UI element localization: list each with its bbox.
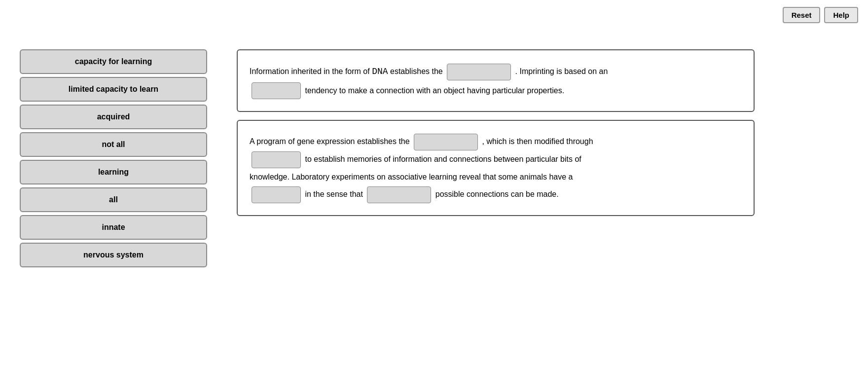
passages: Information inherited in the form of DNA… — [237, 49, 755, 267]
help-button[interactable]: Help — [824, 7, 858, 23]
word-btn-all[interactable]: all — [20, 187, 207, 212]
passage-1-text-1: Information inherited in the form of DNA… — [250, 67, 445, 75]
drop-target-2-2[interactable] — [252, 151, 301, 168]
word-btn-nervous-system[interactable]: nervous system — [20, 243, 207, 267]
word-btn-learning[interactable]: learning — [20, 160, 207, 184]
drop-target-2-3[interactable] — [252, 186, 301, 203]
passage-2-text-3: to establish memories of information and… — [305, 155, 581, 163]
word-btn-not-all[interactable]: not all — [20, 132, 207, 157]
passage-1-text-3: tendency to make a connection with an ob… — [305, 86, 564, 95]
passage-2-text-6: possible connections can be made. — [435, 190, 559, 198]
passage-2-text-5: in the sense that — [305, 190, 365, 198]
passage-box-1: Information inherited in the form of DNA… — [237, 49, 755, 112]
passage-box-2: A program of gene expression establishes… — [237, 120, 755, 216]
top-bar: Reset Help — [783, 7, 858, 23]
main-content: capacity for learning limited capacity t… — [0, 0, 868, 267]
word-btn-innate[interactable]: innate — [20, 215, 207, 240]
passage-2-text-1: A program of gene expression establishes… — [250, 137, 412, 146]
passage-1-text-2: . Imprinting is based on an — [515, 67, 608, 75]
drop-target-1-2[interactable] — [252, 82, 301, 99]
drop-target-2-4[interactable] — [367, 186, 431, 203]
drop-target-2-1[interactable] — [414, 134, 478, 150]
word-btn-limited-capacity-to-learn[interactable]: limited capacity to learn — [20, 77, 207, 102]
drop-target-1-1[interactable] — [447, 64, 511, 80]
reset-button[interactable]: Reset — [783, 7, 821, 23]
passage-2-text-2: , which is then modified through — [482, 137, 593, 146]
word-btn-acquired[interactable]: acquired — [20, 105, 207, 129]
word-btn-capacity-for-learning[interactable]: capacity for learning — [20, 49, 207, 74]
passage-2-text-4: knowledge. Laboratory experiments on ass… — [250, 173, 573, 181]
word-bank: capacity for learning limited capacity t… — [20, 49, 207, 267]
